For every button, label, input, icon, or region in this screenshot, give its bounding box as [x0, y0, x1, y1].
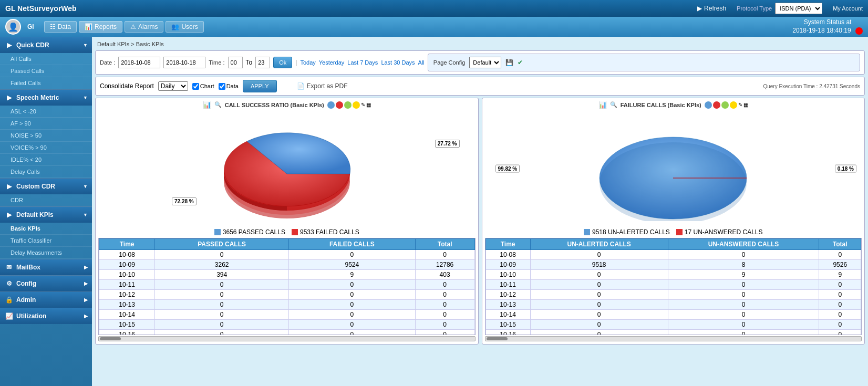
ok-button[interactable]: Ok [273, 57, 292, 68]
table1-col-total: Total [415, 239, 474, 250]
sidebar-item-delay-measurements[interactable]: Delay Measurments [0, 247, 92, 259]
time-to-input[interactable] [255, 57, 270, 68]
chart2-pie-container: 99.82 % 0.18 % [485, 111, 862, 226]
chart1-legend: 3656 PASSED CALLS 9533 FAILED CALLS [98, 228, 476, 236]
sidebar-item-cdr[interactable]: CDR [0, 194, 92, 206]
table1-col-passed: PASSED CALLS [155, 239, 289, 250]
chart1-title: CALL SUCCESS RATIO (Basic KPIs) [225, 102, 324, 108]
username-label: GI [27, 23, 34, 30]
date-from-input[interactable] [118, 57, 160, 68]
table-row: 10-16000 [99, 330, 475, 336]
chart1-label-small: 27.72 % [435, 140, 460, 148]
table-row: 10-09951889526 [485, 260, 861, 270]
table-row: 10-15000 [99, 320, 475, 330]
sidebar-item-traffic-classifier[interactable]: Traffic Classifier [0, 235, 92, 247]
nav-users-button[interactable]: 👥 Users [166, 21, 203, 33]
sidebar-section-utilization[interactable]: 📈 Utilization ▶ [0, 308, 92, 324]
chart1-tool3[interactable] [344, 101, 352, 109]
chart1-tool1[interactable] [327, 101, 335, 109]
chart1-pie-container: 72.28 % 27.72 % [98, 111, 476, 226]
chart2-title: FAILURE CALLS (Basic KPIs) [621, 102, 701, 108]
export-pdf-button[interactable]: 📄 Export as PDF [297, 82, 348, 90]
breadcrumb: Default KPIs > Basic KPIs [95, 40, 865, 48]
chart1-grid-icon[interactable]: ▦ [366, 102, 371, 108]
sidebar-section-mailbox[interactable]: ✉ MailBox ▶ [0, 259, 92, 275]
chart2-scrollbar[interactable] [485, 336, 862, 341]
chart1-expand-icon[interactable]: 📊 [203, 101, 211, 109]
sidebar-item-delay-calls[interactable]: Delay Calls [0, 166, 92, 178]
sidebar-section-config[interactable]: ⚙ Config ▶ [0, 275, 92, 291]
sidebar-item-noise[interactable]: NOISE > 50 [0, 130, 92, 142]
sidebar-item-passed-calls[interactable]: Passed Calls [0, 65, 92, 77]
table-row: 10-14000 [485, 310, 861, 320]
refresh-button[interactable]: ▶ Refresh [697, 5, 726, 12]
page-config-area: Page Config Default 💾 ✔ [428, 54, 860, 71]
chart2-table-wrapper[interactable]: Time UN-ALERTED CALLS UN-ANSWERED CALLS … [485, 238, 862, 335]
nav-reports-button[interactable]: 📊 Reports [79, 21, 122, 33]
chart1-label-large: 72.28 % [172, 197, 197, 205]
date-to-input[interactable] [163, 57, 205, 68]
status-indicator [855, 27, 863, 35]
sidebar-section-quick-cdr[interactable]: ▶ Quick CDR ▼ [0, 37, 92, 53]
sidebar-item-basic-kpis[interactable]: Basic KPIs [0, 223, 92, 235]
report-controls-row: Consolidate Report Daily Hourly Chart Da… [95, 77, 865, 96]
chart2-edit-icon[interactable]: ✎ [738, 102, 742, 108]
chart2-tool2[interactable] [713, 101, 720, 109]
chart1-tools: ✎ ▦ [327, 101, 371, 109]
chart2-tool3[interactable] [721, 101, 729, 109]
sidebar-item-voice[interactable]: VOICE% > 90 [0, 142, 92, 154]
nav-alarms-button[interactable]: ⚠ Alarms [125, 21, 163, 33]
config-icon: ⚙ [4, 279, 14, 288]
all-button[interactable]: All [418, 59, 425, 66]
time-from-input[interactable] [228, 57, 243, 68]
users-icon: 👥 [171, 23, 179, 30]
chart1-scroll-thumb[interactable] [100, 337, 121, 340]
sidebar-section-custom-cdr[interactable]: ▶ Custom CDR ▼ [0, 178, 92, 194]
consolidate-label: Consolidate Report [100, 82, 154, 90]
sidebar-item-failed-calls[interactable]: Failed Calls [0, 77, 92, 89]
sidebar-section-admin[interactable]: 🔒 Admin ▶ [0, 291, 92, 308]
chart1-tool2[interactable] [336, 101, 343, 109]
page-config-select[interactable]: Default [469, 57, 501, 68]
default-kpis-icon: ▶ [4, 210, 14, 220]
yesterday-button[interactable]: Yesterday [319, 59, 345, 66]
chart2-zoom-icon[interactable]: 🔍 [610, 101, 617, 108]
table-row: 10-103949403 [99, 270, 475, 280]
chart2-expand-icon[interactable]: 📊 [598, 101, 607, 109]
chart2-tool4[interactable] [730, 101, 737, 109]
data-checkbox-label[interactable]: Data [219, 83, 239, 90]
last7days-button[interactable]: Last 7 Days [347, 59, 378, 66]
chart2-scroll-thumb[interactable] [487, 337, 508, 340]
data-checkbox[interactable] [219, 83, 225, 90]
chart2-grid-icon[interactable]: ▦ [743, 102, 748, 108]
chart1-tool4[interactable] [353, 101, 360, 109]
chart1-scrollbar[interactable] [98, 336, 476, 341]
chart1-edit-icon[interactable]: ✎ [361, 102, 365, 108]
sidebar-item-idle[interactable]: IDLE% < 20 [0, 154, 92, 166]
chart1-table-wrapper[interactable]: Time PASSED CALLS FAILED CALLS Total 10-… [98, 238, 476, 335]
table1-col-time: Time [99, 239, 155, 250]
sidebar-item-af[interactable]: AF > 90 [0, 118, 92, 130]
protocol-select[interactable]: ISDN (PDA) SIP [775, 3, 822, 14]
reports-icon: 📊 [85, 23, 92, 30]
time-label: Time : [209, 59, 224, 66]
sidebar-item-all-calls[interactable]: All Calls [0, 53, 92, 65]
system-status: System Status at 2018-19-18 18:40:19 [792, 18, 863, 35]
apply-button[interactable]: APPLY [243, 80, 277, 92]
chart2-tool1[interactable] [705, 101, 712, 109]
save-config-icon[interactable]: 💾 [505, 59, 513, 66]
last30days-button[interactable]: Last 30 Days [381, 59, 415, 66]
sidebar-section-speech-metric[interactable]: ▶ Speech Metric ▼ [0, 89, 92, 106]
chart-checkbox[interactable] [192, 83, 199, 90]
sidebar-section-default-kpis[interactable]: ▶ Default KPIs ▼ [0, 206, 92, 223]
page-config-label: Page Config [433, 59, 466, 66]
chart1-zoom-icon[interactable]: 🔍 [214, 101, 222, 108]
check-icon[interactable]: ✔ [518, 59, 523, 66]
table-row: 10-16000 [485, 330, 861, 336]
consolidate-select[interactable]: Daily Hourly [158, 81, 188, 91]
chart-checkbox-label[interactable]: Chart [192, 83, 214, 90]
sidebar-item-asl[interactable]: ASL < -20 [0, 106, 92, 118]
today-button[interactable]: Today [300, 59, 315, 66]
my-account-link[interactable]: My Account [833, 5, 863, 12]
nav-data-button[interactable]: ☷ Data [44, 21, 77, 33]
